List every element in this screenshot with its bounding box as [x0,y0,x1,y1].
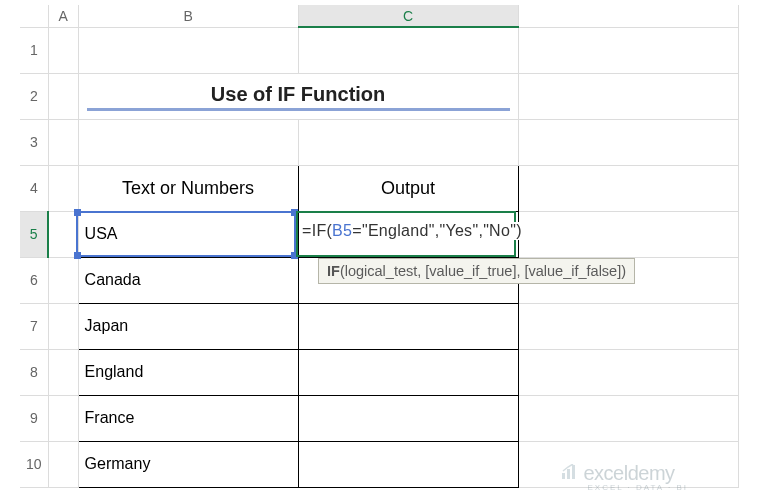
cell-c1[interactable] [298,27,518,73]
cell-d4[interactable] [518,165,738,211]
col-header-c[interactable]: C [298,5,518,27]
cell-a5[interactable] [48,211,78,257]
row-header-9[interactable]: 9 [20,395,48,441]
row-header-8[interactable]: 8 [20,349,48,395]
header-text-or-numbers[interactable]: Text or Numbers [78,165,298,211]
cell-a9[interactable] [48,395,78,441]
formula-editor[interactable]: =IF(B5="England","Yes","No") [302,222,522,240]
svg-rect-0 [562,473,565,479]
row-header-3[interactable]: 3 [20,119,48,165]
svg-rect-2 [572,465,575,479]
cell-a3[interactable] [48,119,78,165]
cell-b8[interactable]: England [78,349,298,395]
corner-cell[interactable] [20,5,48,27]
cell-d5[interactable] [518,211,738,257]
row-header-2[interactable]: 2 [20,73,48,119]
cell-d9[interactable] [518,395,738,441]
cell-d2[interactable] [518,73,738,119]
cell-b6[interactable]: Canada [78,257,298,303]
cell-a7[interactable] [48,303,78,349]
row-header-1[interactable]: 1 [20,27,48,73]
cell-a8[interactable] [48,349,78,395]
cell-c7[interactable] [298,303,518,349]
cell-b7[interactable]: Japan [78,303,298,349]
cell-b10[interactable]: Germany [78,441,298,487]
cell-d8[interactable] [518,349,738,395]
row-header-7[interactable]: 7 [20,303,48,349]
worksheet-grid[interactable]: A B C 1 2 Use of IF Function 3 4 Text or… [20,5,739,488]
title-cell[interactable]: Use of IF Function [78,73,518,119]
cell-c9[interactable] [298,395,518,441]
cell-c8[interactable] [298,349,518,395]
cell-a2[interactable] [48,73,78,119]
cell-a4[interactable] [48,165,78,211]
watermark-tagline: EXCEL · DATA · BI [587,483,688,492]
column-header-row: A B C [20,5,738,27]
watermark-name: exceldemy [583,462,674,484]
cell-b3[interactable] [78,119,298,165]
col-header-pad [518,5,738,27]
watermark: exceldemy EXCEL · DATA · BI [561,462,688,492]
cell-b1[interactable] [78,27,298,73]
cell-d1[interactable] [518,27,738,73]
cell-a10[interactable] [48,441,78,487]
cell-a1[interactable] [48,27,78,73]
row-header-4[interactable]: 4 [20,165,48,211]
chart-icon [561,462,579,485]
svg-rect-1 [567,469,570,479]
row-header-6[interactable]: 6 [20,257,48,303]
formula-prefix: =IF( [302,222,332,239]
col-header-b[interactable]: B [78,5,298,27]
cell-c3[interactable] [298,119,518,165]
tooltip-signature: (logical_test, [value_if_true], [value_i… [340,263,626,279]
row-header-10[interactable]: 10 [20,441,48,487]
page-title: Use of IF Function [87,83,510,111]
col-header-a[interactable]: A [48,5,78,27]
function-tooltip[interactable]: IF(logical_test, [value_if_true], [value… [318,258,635,284]
cell-b9[interactable]: France [78,395,298,441]
formula-cell-ref: B5 [332,222,352,239]
cell-d7[interactable] [518,303,738,349]
cell-a6[interactable] [48,257,78,303]
row-header-5[interactable]: 5 [20,211,48,257]
cell-d3[interactable] [518,119,738,165]
cell-c10[interactable] [298,441,518,487]
formula-suffix: ="England","Yes","No") [352,222,522,239]
cell-b5[interactable]: USA [78,211,298,257]
header-output[interactable]: Output [298,165,518,211]
tooltip-fn-name: IF [327,263,340,279]
